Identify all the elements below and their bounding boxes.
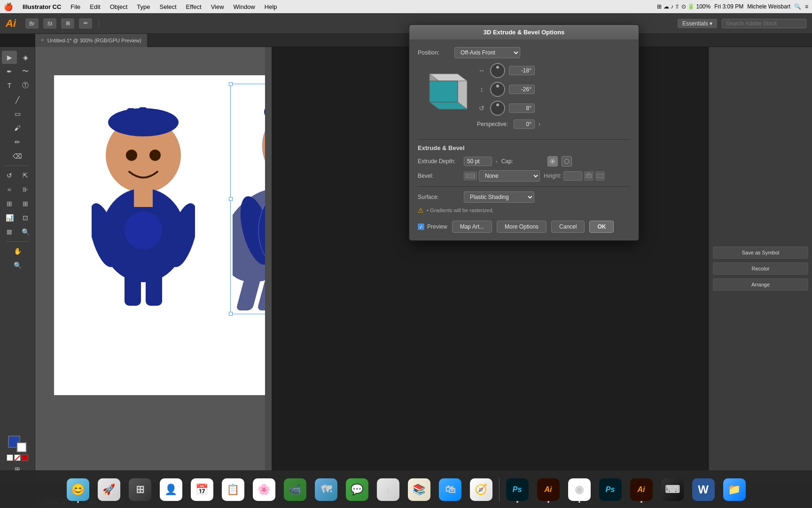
column-graph-tool[interactable]: 📊 [2, 211, 17, 224]
menu-object[interactable]: Object [106, 2, 132, 11]
notification-icon[interactable]: ≡ [805, 3, 808, 10]
extrude-depth-arrow[interactable]: › [496, 159, 498, 164]
extrude-depth-input[interactable] [464, 157, 492, 166]
dock-calendar[interactable]: 📅 [188, 476, 216, 504]
cancel-btn[interactable]: Cancel [551, 221, 585, 233]
direct-select-tool[interactable]: ◈ [18, 51, 33, 64]
no-color-swatch[interactable] [14, 454, 21, 461]
dock-music[interactable]: ♪ [374, 476, 402, 504]
height-icon-btn1[interactable] [584, 171, 593, 181]
ok-btn[interactable]: OK [589, 221, 614, 233]
paint-btn[interactable]: ✏ [79, 18, 92, 29]
dock-launchpad[interactable]: 🚀 [95, 476, 123, 504]
dock-files[interactable]: 📁 [720, 476, 749, 504]
dock-finder[interactable]: 😊 [64, 476, 92, 504]
tab-close-btn[interactable]: × [41, 38, 44, 43]
dock-books[interactable]: 📚 [405, 476, 433, 504]
menu-edit[interactable]: Edit [86, 2, 104, 11]
save-as-symbol-btn[interactable]: Save as Symbol [713, 246, 808, 259]
dock-mission[interactable]: ⊞ [126, 476, 154, 504]
height-input[interactable] [563, 171, 582, 181]
surface-select[interactable]: Plastic Shading Diffuse Shading No Shadi… [464, 191, 534, 203]
warp-tool[interactable]: ≈ [2, 183, 17, 196]
scrollbar-vertical[interactable] [265, 47, 272, 474]
pen-tool[interactable]: ✒ [2, 65, 17, 78]
preview-checkbox-row[interactable]: ✓ Preview [418, 223, 447, 230]
menu-type[interactable]: Type [133, 2, 154, 11]
handle-tl[interactable] [229, 82, 233, 86]
apple-menu[interactable]: 🍎 [4, 2, 13, 11]
width-tool[interactable]: ⊪ [18, 183, 33, 196]
menu-view[interactable]: View [207, 2, 228, 11]
free-transform-tool[interactable]: ⊞ [2, 197, 17, 210]
zoom-tool2[interactable]: 🔍 [10, 259, 25, 272]
pencil-tool[interactable]: ✏ [10, 135, 25, 149]
rotate-tool[interactable]: ↺ [2, 169, 17, 182]
bridge-btn[interactable]: Br [25, 18, 39, 29]
dock-messages[interactable]: 💬 [343, 476, 371, 504]
arrange-btn[interactable]: Arrange [713, 278, 808, 291]
eraser-tool[interactable]: ⌫ [10, 150, 25, 163]
none-swatch[interactable] [7, 454, 13, 461]
dock-safari[interactable]: 🧭 [467, 476, 495, 504]
curvature-tool[interactable]: 〜 [18, 65, 33, 78]
document-tab[interactable]: × Untitled-1* @ 300% (RGB/GPU Preview) [35, 34, 147, 47]
height-icon-btn2[interactable] [595, 171, 605, 181]
dock-word[interactable]: W [689, 476, 718, 504]
dock-ps2[interactable]: Ps [596, 476, 625, 504]
z-rotation-dial[interactable] [490, 101, 505, 116]
artboard-tool[interactable]: ⊡ [18, 211, 33, 224]
y-rotation-dial[interactable] [490, 82, 505, 97]
x-rotation-dial[interactable] [490, 63, 505, 78]
scale-tool[interactable]: ⇱ [18, 169, 33, 182]
menu-window[interactable]: Window [230, 2, 259, 11]
app-menu-illustrator[interactable]: Illustrator CC [19, 2, 65, 11]
rect-tool[interactable]: ▭ [10, 107, 25, 120]
dock-photoshop[interactable]: Ps [503, 476, 531, 504]
dock-vscode[interactable]: ⌨ [658, 476, 687, 504]
dock-photos[interactable]: 🌸 [250, 476, 278, 504]
dock-reminders[interactable]: 📋 [219, 476, 247, 504]
map-art-btn[interactable]: Map Art... [452, 221, 492, 233]
dock-chrome[interactable]: ◉ [565, 476, 593, 504]
menu-file[interactable]: File [67, 2, 84, 11]
puppet-warp-tool[interactable]: ⊞ [18, 197, 33, 210]
position-dropdown[interactable]: Off-Axis Front Front Left Right Top Bott… [454, 47, 520, 58]
dock-ai1[interactable]: Ai [534, 476, 562, 504]
search-icon[interactable]: 🔍 [794, 3, 801, 10]
selection-tool[interactable]: ▶ [2, 51, 17, 64]
preview-checkbox[interactable]: ✓ [418, 223, 424, 230]
dock-appstore[interactable]: 🛍 [436, 476, 464, 504]
menu-effect[interactable]: Effect [182, 2, 205, 11]
essentials-btn[interactable]: Essentials ▾ [678, 19, 717, 28]
perspective-arrow[interactable]: › [539, 121, 540, 127]
paintbrush-tool[interactable]: 🖌 [10, 121, 25, 135]
menu-help[interactable]: Help [261, 2, 281, 11]
cap-off-btn[interactable] [562, 156, 572, 167]
fill-stroke-indicator[interactable] [8, 436, 27, 452]
handle-bl[interactable] [229, 312, 233, 316]
workspace-btn[interactable]: ⊞ [61, 18, 74, 29]
hand-tool[interactable]: ✋ [10, 245, 25, 258]
touch-type-tool[interactable]: Ⓣ [18, 79, 33, 92]
z-rotation-input[interactable] [509, 103, 535, 113]
dock-maps[interactable]: 🗺 [312, 476, 340, 504]
x-rotation-input[interactable] [509, 66, 535, 75]
dock-facetime[interactable]: 📹 [281, 476, 309, 504]
zoom-tool[interactable]: 🔍 [18, 225, 33, 238]
stock-btn[interactable]: St [43, 18, 56, 29]
cap-on-btn[interactable] [547, 156, 558, 167]
y-rotation-input[interactable] [509, 85, 535, 94]
red-swatch[interactable] [22, 454, 28, 461]
type-tool[interactable]: T [2, 79, 17, 92]
stroke-box[interactable] [16, 442, 27, 452]
line-tool[interactable]: ╱ [10, 93, 25, 106]
recolor-btn[interactable]: Recolor [713, 262, 808, 275]
bevel-select[interactable]: None Classic Convex Stepped [479, 170, 540, 182]
3d-cube-preview[interactable] [418, 67, 469, 119]
slice-tool[interactable]: ⊠ [2, 225, 17, 238]
menu-select[interactable]: Select [156, 2, 180, 11]
handle-ml[interactable] [229, 197, 233, 201]
perspective-input[interactable] [514, 119, 535, 129]
more-options-btn[interactable]: More Options [497, 221, 547, 233]
